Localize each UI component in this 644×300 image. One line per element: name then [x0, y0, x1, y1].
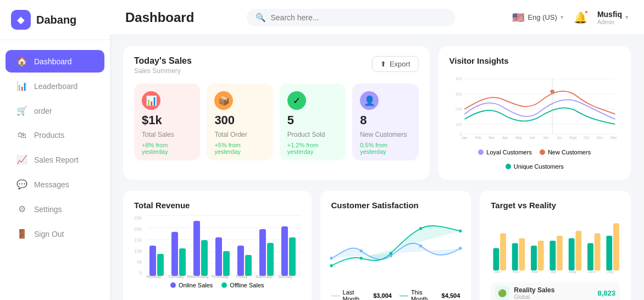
revenue-legend-offline-sales: Offline Sales — [221, 282, 264, 288]
sidebar-label-sign-out: Sign Out — [34, 230, 64, 238]
total-sales-value: $1k — [142, 113, 192, 127]
export-button[interactable]: ⬆ Export — [372, 56, 419, 72]
language-selector[interactable]: 🇺🇸 Eng (US) ▾ — [512, 12, 563, 24]
sidebar: ◆ Dabang 🏠Dashboard📊Leaderboard🛒order🛍Pr… — [0, 0, 110, 300]
flag-icon: 🇺🇸 — [512, 12, 524, 24]
sidebar-label-dashboard: Dashboard — [34, 57, 72, 66]
y-15k: 15k — [134, 237, 142, 243]
user-name: Musfiq — [597, 10, 622, 19]
search-bar[interactable]: 🔍 — [247, 9, 456, 26]
sidebar-label-products: Products — [34, 131, 64, 140]
stat-card-total-order: 📦 300 Total Order +5% from yesterday — [207, 84, 273, 160]
visitor-title: Visitor Insights — [449, 56, 620, 65]
target-title: Target vs Reality — [491, 201, 620, 210]
sidebar-label-messages: Messages — [34, 180, 69, 189]
total-sales-change: +8% from yesterday — [142, 142, 192, 155]
settings-icon: ⚙ — [16, 204, 27, 214]
svg-rect-42 — [281, 226, 288, 276]
svg-rect-31 — [157, 254, 164, 276]
svg-rect-70 — [576, 231, 582, 270]
svg-point-54 — [419, 245, 421, 247]
sidebar-item-messages[interactable]: 💬Messages — [5, 173, 104, 196]
notification-button[interactable]: 🔔 — [574, 11, 587, 24]
revenue-section: Total Revenue 25k 20k 15k 10k 5k 0 — [123, 191, 312, 300]
svg-text:Sept: Sept — [569, 136, 576, 140]
revenue-y-axis: 25k 20k 15k 10k 5k 0 — [134, 215, 145, 276]
svg-text:Thursday: Thursday — [211, 274, 229, 279]
top-row: Today's Sales Sales Summery ⬆ Export 📊 $… — [123, 46, 631, 180]
svg-rect-61 — [493, 248, 499, 271]
svg-text:200: 200 — [455, 107, 462, 112]
total-order-value: 300 — [214, 113, 265, 127]
satisfaction-legend: — Last Month $3,004— This Month $4,504 — [331, 289, 460, 300]
target-chart-svg: Jan Feb Mar Apr May June July — [491, 215, 620, 276]
visitor-legend-loyal-customers: Loyal Customers — [478, 149, 532, 155]
sidebar-item-order[interactable]: 🛒order — [5, 99, 104, 122]
bottom-row: Total Revenue 25k 20k 15k 10k 5k 0 — [123, 191, 631, 300]
svg-text:Des: Des — [610, 136, 616, 140]
sidebar-item-products[interactable]: 🛍Products — [5, 124, 104, 146]
sidebar-item-sign-out[interactable]: 🚪Sign Out — [5, 223, 104, 245]
search-input[interactable] — [270, 13, 447, 22]
satisfaction-section: Customer Satisfaction — [320, 191, 471, 300]
svg-text:Tuesday: Tuesday — [168, 274, 184, 279]
leaderboard-icon: 📊 — [16, 81, 27, 91]
sidebar-label-order: order — [34, 107, 52, 115]
svg-text:300: 300 — [455, 92, 462, 97]
visitor-insights-section: Visitor Insights 400 300 200 100 — [438, 46, 631, 180]
notification-dot — [584, 10, 589, 14]
product-sold-change: +1.2% from yesterday — [287, 142, 338, 155]
sidebar-item-dashboard[interactable]: 🏠Dashboard — [5, 50, 104, 73]
y-20k: 20k — [134, 226, 142, 232]
svg-rect-40 — [259, 229, 266, 276]
legend-dot — [540, 149, 545, 155]
revenue-chart-wrap: 25k 20k 15k 10k 5k 0 — [134, 215, 301, 279]
export-label: Export — [390, 60, 410, 68]
header: Dashboard 🔍 🇺🇸 Eng (US) ▾ 🔔 Musfiq Admin… — [110, 0, 644, 35]
svg-text:Apr: Apr — [551, 270, 557, 274]
svg-text:Apr: Apr — [502, 136, 508, 140]
page-title: Dashboard — [125, 10, 213, 25]
total-order-change: +5% from yesterday — [214, 142, 265, 155]
order-icon: 🛒 — [16, 105, 27, 116]
svg-text:Sunday: Sunday — [278, 274, 292, 279]
new-customers-icon: 👤 — [360, 91, 379, 110]
svg-text:Jun: Jun — [529, 136, 535, 140]
user-chevron-icon: ▾ — [625, 14, 629, 21]
svg-text:July: July — [607, 270, 614, 274]
todays-sales-section: Today's Sales Sales Summery ⬆ Export 📊 $… — [123, 46, 430, 180]
svg-point-51 — [330, 257, 332, 259]
svg-rect-71 — [587, 243, 593, 270]
revenue-title: Total Revenue — [134, 201, 301, 210]
svg-rect-62 — [500, 233, 506, 270]
visitor-legend-new-customers: New Customers — [540, 149, 591, 155]
svg-rect-34 — [193, 221, 200, 276]
reality-icon: 🟢 — [495, 286, 509, 300]
sidebar-item-settings[interactable]: ⚙Settings — [5, 198, 104, 220]
visitor-legend-unique-customers: Unique Customers — [506, 163, 564, 170]
reality-text: Reality Sales Global — [514, 286, 593, 300]
y-5k: 5k — [134, 259, 142, 265]
svg-rect-39 — [245, 255, 252, 276]
svg-rect-74 — [613, 223, 619, 270]
sidebar-logo: ◆ Dabang — [0, 0, 110, 40]
svg-text:Nov: Nov — [597, 136, 603, 140]
export-icon: ⬆ — [380, 60, 386, 68]
sidebar-nav: 🏠Dashboard📊Leaderboard🛒order🛍Products📈Sa… — [0, 40, 110, 300]
svg-text:Jul: Jul — [557, 136, 561, 140]
revenue-chart-svg: Monday Tuesday Wednesday Thursday Friday… — [147, 215, 301, 279]
svg-text:Oct: Oct — [584, 136, 589, 140]
svg-point-52 — [359, 249, 362, 252]
svg-rect-37 — [223, 251, 230, 276]
svg-point-60 — [459, 230, 462, 232]
sales-subtitle: Sales Summery — [134, 67, 192, 75]
product-sold-label: Product Sold — [287, 131, 338, 138]
satisfaction-title: Customer Satisfaction — [331, 201, 460, 210]
user-info[interactable]: Musfiq Admin ▾ — [597, 10, 629, 25]
total-order-label: Total Order — [214, 131, 265, 138]
sidebar-item-sales-report[interactable]: 📈Sales Report — [5, 148, 104, 171]
svg-point-55 — [459, 247, 462, 249]
svg-text:June: June — [587, 270, 596, 274]
logo-icon: ◆ — [11, 10, 31, 30]
sidebar-item-leaderboard[interactable]: 📊Leaderboard — [5, 75, 104, 97]
